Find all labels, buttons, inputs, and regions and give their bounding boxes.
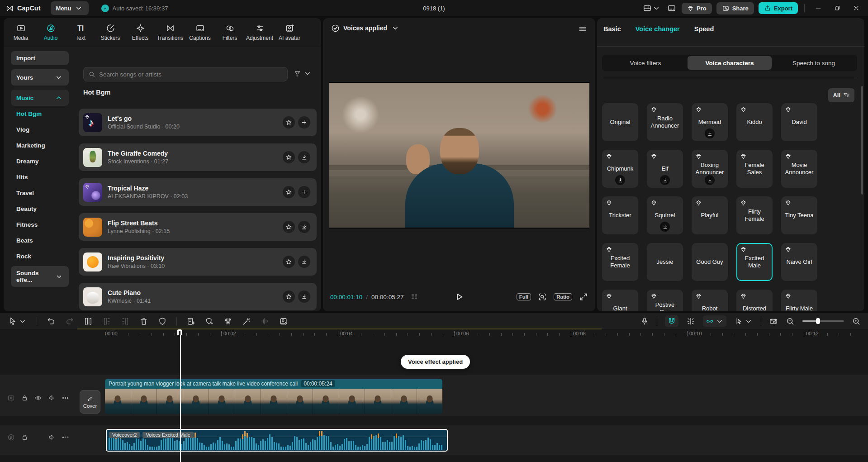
download-badge[interactable]: [615, 175, 625, 185]
sidebar-item-rock[interactable]: Rock: [6, 248, 72, 264]
adjust-mixer-button[interactable]: [223, 317, 232, 326]
play-button[interactable]: [454, 292, 464, 302]
download-badge[interactable]: [660, 175, 670, 185]
favorite-button[interactable]: [283, 221, 295, 233]
preview-axis-button[interactable]: [769, 317, 778, 326]
segment-voice-filters[interactable]: Voice filters: [603, 56, 688, 70]
video-clip[interactable]: Portrait young man vlogger look at camer…: [105, 379, 442, 414]
zoom-in-button[interactable]: [852, 317, 861, 326]
fullscreen-icon[interactable]: [579, 292, 588, 301]
voice-character-card[interactable]: Elf: [647, 150, 683, 188]
tab-stickers[interactable]: Stickers: [98, 22, 123, 47]
tab-filters[interactable]: Filters: [217, 22, 242, 47]
audio-clip[interactable]: Voiceover2 Voices Excited Male: [106, 429, 448, 452]
smart-script-button[interactable]: [186, 317, 195, 326]
frame-view-icon[interactable]: [410, 292, 419, 301]
lock-icon[interactable]: [21, 394, 28, 402]
sidebar-item-beauty[interactable]: Beauty: [6, 201, 72, 217]
mask-button[interactable]: [158, 317, 167, 326]
voice-character-card[interactable]: Playful: [692, 196, 728, 234]
sidebar-item-beats[interactable]: Beats: [6, 233, 72, 248]
slider-knob[interactable]: [816, 318, 820, 324]
timeline-zoom-slider[interactable]: [802, 320, 844, 322]
minimize-button[interactable]: [811, 5, 825, 12]
audio-wave-button[interactable]: [261, 317, 270, 326]
tab-adjustment[interactable]: Adjustment: [247, 22, 272, 47]
share-button[interactable]: Share: [716, 2, 754, 14]
favorite-button[interactable]: [283, 291, 295, 303]
sidebar-item-import[interactable]: Import: [11, 51, 69, 65]
sidebar-item-yours[interactable]: Yours: [11, 69, 69, 86]
playhead-handle[interactable]: [177, 329, 182, 335]
split-button[interactable]: [84, 317, 93, 326]
split-left-button[interactable]: [102, 317, 111, 326]
menu-button[interactable]: Menu: [51, 1, 89, 15]
download-badge[interactable]: [705, 129, 715, 138]
favorite-button[interactable]: [283, 151, 295, 163]
voice-character-card[interactable]: Robot: [692, 290, 728, 311]
voice-character-card[interactable]: Flirty Male: [781, 290, 817, 311]
tab-ai-avatar[interactable]: AI avatar: [277, 22, 302, 47]
sidebar-item-music[interactable]: Music: [11, 90, 69, 106]
time-ruler[interactable]: 00:00 00:02 00:04 00:06 00:08 00:10 00:1…: [0, 329, 868, 339]
playhead[interactable]: [177, 329, 182, 335]
download-button[interactable]: [298, 256, 310, 268]
voice-character-card[interactable]: Female Sales: [736, 150, 773, 188]
track-preview-icon[interactable]: [7, 394, 15, 402]
panel-scrollbar[interactable]: [861, 86, 863, 195]
search-input[interactable]: [99, 71, 283, 78]
segment-speech-to-song[interactable]: Speech to song: [772, 56, 856, 70]
panel-layout-icon[interactable]: [666, 3, 677, 14]
voice-character-card[interactable]: Chipmunk: [602, 150, 638, 188]
download-badge[interactable]: [705, 175, 715, 185]
library-filter-button[interactable]: [294, 69, 312, 78]
redo-button[interactable]: [65, 317, 74, 326]
ratio-button[interactable]: Ratio: [554, 293, 572, 300]
sidebar-item-hits[interactable]: Hits: [6, 169, 72, 185]
export-button[interactable]: Export: [759, 2, 798, 14]
sidebar-item-dreamy[interactable]: Dreamy: [6, 153, 72, 169]
voice-character-card[interactable]: Radio Announcer: [647, 103, 683, 141]
select-tool-button[interactable]: [8, 317, 27, 326]
sidebar-item-vlog[interactable]: Vlog: [6, 122, 72, 138]
voice-character-card[interactable]: Excited Female: [602, 243, 638, 281]
sidebar-item-hot-bgm[interactable]: Hot Bgm: [6, 106, 72, 122]
sidebar-item-fitness[interactable]: Fitness: [6, 217, 72, 233]
preview-menu-icon[interactable]: [578, 24, 587, 33]
voice-character-card[interactable]: Original: [602, 103, 638, 141]
tab-effects[interactable]: Effects: [128, 22, 153, 47]
tab-transitions[interactable]: Transitions: [157, 22, 183, 47]
layout-switch-icon[interactable]: [642, 3, 662, 14]
song-row[interactable]: Flip Street BeatsLynne Publishing · 02:1…: [79, 213, 317, 241]
voice-character-card[interactable]: Kiddo: [736, 103, 773, 141]
undo-button[interactable]: [47, 317, 56, 326]
voice-character-card[interactable]: Tiny Teena: [781, 196, 817, 234]
download-badge[interactable]: [660, 222, 670, 232]
more-options-icon[interactable]: [62, 433, 69, 441]
tab-speed[interactable]: Speed: [694, 25, 714, 46]
add-button[interactable]: [298, 116, 310, 129]
tab-text[interactable]: TIText: [68, 22, 93, 47]
voice-character-card[interactable]: Flirty Female: [736, 196, 773, 234]
voice-character-card[interactable]: Trickster: [602, 196, 638, 234]
tab-audio[interactable]: Audio: [38, 22, 63, 47]
sidebar-item-marketing[interactable]: Marketing: [6, 138, 72, 153]
tab-captions[interactable]: Captions: [187, 22, 213, 47]
eye-icon[interactable]: [34, 394, 42, 402]
more-options-icon[interactable]: [62, 394, 69, 402]
magic-wand-button[interactable]: [242, 317, 251, 326]
song-row[interactable]: The Giraffe ComedyStock Inventions · 01:…: [79, 143, 317, 171]
voice-character-card[interactable]: Postive Guy: [647, 290, 683, 311]
tab-voice-changer[interactable]: Voice changer: [636, 25, 680, 46]
full-button[interactable]: Full: [517, 293, 531, 300]
cover-button[interactable]: Cover: [80, 390, 100, 414]
song-row[interactable]: Cute PianoKWmusic · 01:41: [79, 283, 317, 310]
download-button[interactable]: [298, 291, 310, 303]
favorite-button[interactable]: [283, 256, 295, 268]
voice-character-card[interactable]: Movie Announcer: [781, 150, 817, 188]
zoom-out-button[interactable]: [786, 317, 795, 326]
segment-voice-characters[interactable]: Voice characters: [688, 56, 772, 70]
tab-media[interactable]: Media: [8, 22, 33, 47]
audio-track-icon[interactable]: [7, 433, 15, 441]
song-row[interactable]: Tropical HazeALEKSANDAR KIPROV · 02:03: [79, 178, 317, 206]
